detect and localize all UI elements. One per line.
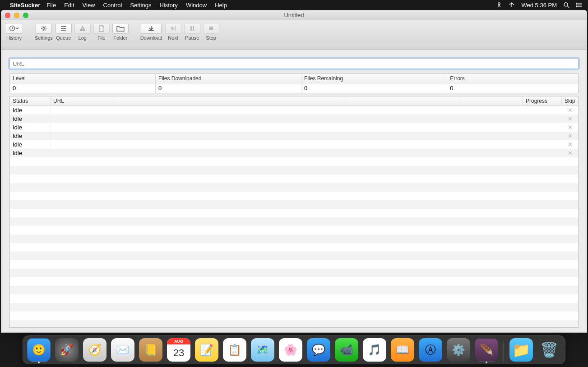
dock-reminders[interactable]: 📋 [223, 338, 246, 362]
cell-skip[interactable]: ✕ [562, 142, 578, 147]
clock-icon [9, 25, 15, 32]
next-label: Next [168, 35, 178, 41]
warning-icon [79, 25, 86, 32]
svg-rect-18 [193, 26, 194, 31]
history-button[interactable] [5, 23, 23, 34]
skip-icon[interactable]: ✕ [568, 107, 573, 113]
table-row-empty [10, 226, 578, 234]
skip-icon[interactable]: ✕ [568, 142, 573, 147]
stat-errors-value: 0 [447, 83, 578, 93]
cell-skip[interactable]: ✕ [562, 116, 578, 122]
table-row-empty [10, 234, 578, 243]
menubar-clock[interactable]: Wed 5:36 PM [521, 2, 557, 9]
table-row-empty [10, 166, 578, 174]
stat-level-value: 0 [10, 83, 155, 93]
table-row[interactable]: Idle✕ [10, 123, 578, 132]
cell-skip[interactable]: ✕ [562, 107, 578, 113]
dock-itunes[interactable]: 🎵 [363, 338, 386, 362]
svg-rect-17 [190, 26, 192, 31]
dock-photos[interactable]: 🌸 [279, 338, 302, 362]
col-skip[interactable]: Skip [562, 96, 578, 106]
table-row-empty [10, 183, 578, 192]
table-row[interactable]: Idle✕ [10, 132, 578, 140]
menu-control[interactable]: Control [103, 2, 122, 9]
stat-downloaded-label: Files Downloaded [156, 74, 301, 83]
pause-icon [190, 25, 195, 32]
cell-status: Idle [10, 133, 51, 139]
settings-button[interactable] [36, 23, 52, 34]
pause-label: Pause [185, 35, 199, 41]
pause-button[interactable] [184, 23, 200, 34]
queue-button[interactable] [56, 23, 72, 34]
table-row[interactable]: Idle✕ [10, 140, 578, 149]
dock-sitesucker[interactable]: 🪶 [475, 338, 498, 362]
table-body: Idle✕Idle✕Idle✕Idle✕Idle✕Idle✕ [10, 106, 578, 327]
dock-messages[interactable]: 💬 [307, 338, 330, 362]
dock-preferences[interactable]: ⚙️ [447, 338, 470, 362]
dock-maps[interactable]: 🗺️ [251, 338, 274, 362]
svg-point-10 [43, 28, 45, 29]
dock-calendar[interactable]: AUG23 [167, 338, 190, 362]
cell-skip[interactable]: ✕ [562, 124, 578, 130]
status-icon-1[interactable] [496, 2, 502, 8]
table-row[interactable]: Idle✕ [10, 149, 578, 157]
url-input[interactable] [9, 58, 579, 69]
skip-icon[interactable]: ✕ [568, 124, 573, 130]
col-url[interactable]: URL [51, 96, 523, 106]
dock: 🙂🚀🧭✉️📒AUG23📝📋🗺️🌸💬📹🎵📖Ⓐ⚙️🪶📁🗑️ [23, 335, 565, 364]
skip-icon[interactable]: ✕ [568, 150, 573, 156]
skip-icon[interactable]: ✕ [568, 133, 573, 139]
notification-center-icon[interactable] [576, 2, 583, 8]
download-icon [148, 25, 155, 32]
folder-icon [116, 25, 125, 32]
status-icon-2[interactable] [509, 2, 515, 8]
dock-facetime[interactable]: 📹 [335, 338, 358, 362]
dock-appstore[interactable]: Ⓐ [419, 338, 442, 362]
table-row[interactable]: Idle✕ [10, 115, 578, 123]
menu-file[interactable]: File [46, 2, 56, 9]
dock-downloads[interactable]: 📁 [509, 338, 533, 362]
file-icon [98, 25, 105, 32]
next-button[interactable] [165, 23, 181, 34]
downloads-table: Status URL Progress Skip Idle✕Idle✕Idle✕… [9, 96, 579, 328]
dock-finder[interactable]: 🙂 [27, 338, 51, 362]
spotlight-icon[interactable] [563, 2, 569, 8]
dock-safari[interactable]: 🧭 [83, 338, 106, 362]
cell-status: Idle [10, 107, 51, 114]
cell-skip[interactable]: ✕ [562, 150, 578, 156]
dock-trash[interactable]: 🗑️ [537, 338, 561, 362]
dock-notes[interactable]: 📝 [195, 338, 218, 362]
app-name[interactable]: SiteSucker [10, 2, 40, 9]
menu-history[interactable]: History [159, 2, 177, 9]
titlebar[interactable]: Untitled [1, 10, 587, 20]
col-progress[interactable]: Progress [523, 96, 562, 106]
table-row-empty [10, 209, 578, 217]
table-row[interactable]: Idle✕ [10, 106, 578, 115]
stats-row: Level0 Files Downloaded0 Files Remaining… [9, 73, 579, 93]
folder-label: Folder [113, 35, 127, 41]
chevron-down-icon [15, 25, 19, 32]
queue-icon [60, 25, 67, 32]
skip-icon[interactable]: ✕ [568, 116, 573, 122]
cell-skip[interactable]: ✕ [562, 133, 578, 139]
dock-contacts[interactable]: 📒 [139, 338, 162, 362]
menu-settings[interactable]: Settings [130, 2, 151, 9]
download-button[interactable] [141, 23, 162, 34]
log-button[interactable] [74, 23, 91, 34]
menu-help[interactable]: Help [215, 2, 227, 9]
dock-ibooks[interactable]: 📖 [391, 338, 414, 362]
svg-point-7 [576, 5, 577, 5]
table-row-empty [10, 217, 578, 226]
menu-window[interactable]: Window [186, 2, 207, 9]
svg-rect-19 [209, 27, 213, 30]
menu-view[interactable]: View [83, 2, 95, 9]
dock-launchpad[interactable]: 🚀 [55, 338, 79, 362]
folder-button[interactable] [112, 23, 129, 34]
dock-mail[interactable]: ✉️ [111, 338, 134, 362]
menu-edit[interactable]: Edit [64, 2, 74, 9]
svg-line-2 [567, 6, 569, 8]
file-button[interactable] [93, 23, 110, 34]
col-status[interactable]: Status [10, 96, 51, 106]
table-row-empty [10, 192, 578, 200]
stop-button[interactable] [203, 23, 219, 34]
